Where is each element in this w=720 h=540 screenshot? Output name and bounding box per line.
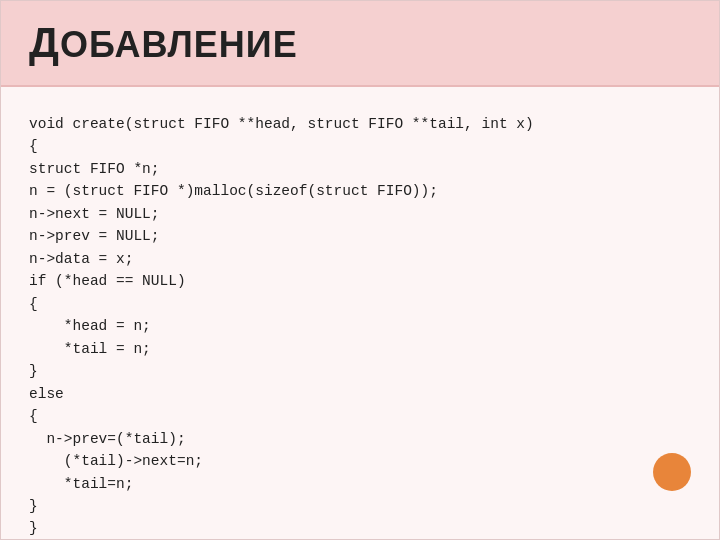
- title-first-letter: Д: [29, 19, 60, 66]
- orange-circle-decoration: [653, 453, 691, 491]
- title-rest: ОБАВЛЕНИЕ: [60, 24, 298, 65]
- slide-title: ДОБАВЛЕНИЕ: [29, 24, 298, 65]
- slide: ДОБАВЛЕНИЕ void create(struct FIFO **hea…: [0, 0, 720, 540]
- code-block: void create(struct FIFO **head, struct F…: [1, 105, 719, 540]
- title-bar: ДОБАВЛЕНИЕ: [1, 1, 719, 87]
